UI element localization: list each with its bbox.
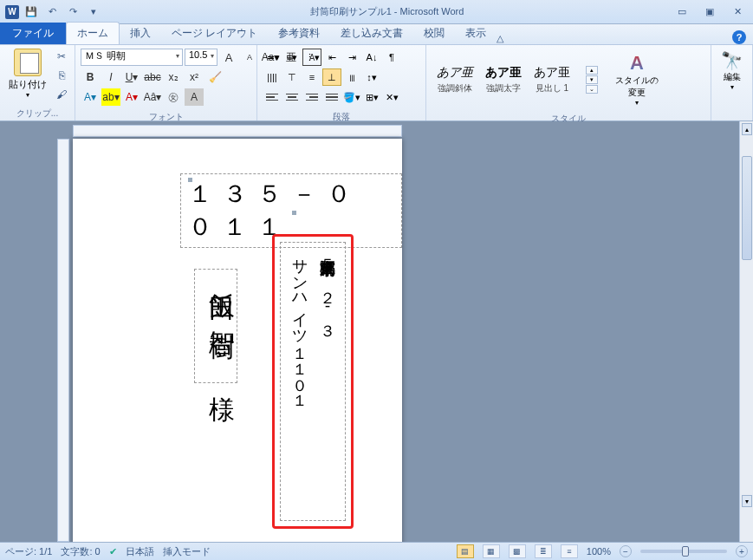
- font-color-icon[interactable]: A▾: [122, 88, 141, 106]
- scroll-down-icon[interactable]: ▾: [742, 495, 752, 507]
- italic-button[interactable]: I: [101, 68, 120, 86]
- font-name-combo[interactable]: ＭＳ 明朝: [81, 49, 183, 66]
- recipient-name-box[interactable]: 飯田 智樹 様: [194, 269, 237, 383]
- change-styles-icon: A: [630, 52, 644, 75]
- maximize-button[interactable]: ▣: [699, 4, 720, 20]
- view-outline-icon[interactable]: ≣: [535, 544, 552, 558]
- view-print-layout-icon[interactable]: ▤: [457, 544, 474, 558]
- text-effects-icon[interactable]: A▾: [81, 88, 100, 106]
- group-label-editing: [715, 109, 749, 120]
- sort-icon[interactable]: A↓: [362, 49, 381, 66]
- group-clipboard: 貼り付け ▾ ✂ ⎘ 🖌 クリップ...: [0, 45, 75, 120]
- distribute-icon[interactable]: ⫼: [342, 68, 361, 86]
- close-button[interactable]: ✕: [727, 4, 748, 20]
- change-styles-button[interactable]: A スタイルの 変更 ▾: [610, 50, 664, 108]
- multilevel-icon[interactable]: ⋮▾: [302, 49, 321, 66]
- style-emphasis-bold[interactable]: あア亜 強調太字: [485, 65, 522, 94]
- subscript-button[interactable]: x₂: [164, 68, 183, 86]
- redo-icon[interactable]: ↷: [64, 3, 81, 21]
- superscript-button[interactable]: x²: [185, 68, 204, 86]
- horizontal-ruler[interactable]: [73, 125, 402, 137]
- tab-insert[interactable]: 挿入: [120, 23, 161, 44]
- tab-home[interactable]: ホーム: [66, 22, 120, 44]
- ribbon: 貼り付け ▾ ✂ ⎘ 🖌 クリップ... ＭＳ 明朝 10.5 A A Aa▾ …: [0, 45, 753, 121]
- proofing-icon[interactable]: ✔: [109, 546, 117, 557]
- align-right-icon[interactable]: [302, 88, 321, 106]
- borders-icon[interactable]: ⊞▾: [362, 88, 381, 106]
- font-size-combo[interactable]: 10.5: [185, 49, 217, 66]
- styles-scroll-down-icon[interactable]: ▾: [586, 75, 598, 84]
- status-page[interactable]: ページ: 1/1: [5, 545, 52, 558]
- status-language[interactable]: 日本語: [126, 545, 154, 558]
- align-center-v-icon[interactable]: ≡: [302, 68, 321, 86]
- underline-button[interactable]: U▾: [122, 68, 141, 86]
- address-text-box[interactable]: 東京都江東区扇橋５‐２‐３ サンハイツ１１０１: [280, 242, 346, 521]
- shading-icon[interactable]: 🪣▾: [342, 88, 361, 106]
- show-marks-icon[interactable]: ¶: [382, 49, 401, 66]
- numbering-icon[interactable]: ≡▾: [282, 49, 302, 66]
- tab-review[interactable]: 校閲: [413, 23, 455, 44]
- address-line-1[interactable]: 東京都江東区扇橋５‐２‐３: [314, 248, 341, 515]
- grow-font-icon[interactable]: A: [219, 49, 238, 66]
- char-scale-icon[interactable]: Aâ▾: [143, 88, 162, 106]
- align-top-icon[interactable]: ⊤: [282, 68, 302, 86]
- scroll-up-icon[interactable]: ▴: [742, 123, 752, 135]
- justify-icon[interactable]: [322, 88, 341, 106]
- vertical-ruler[interactable]: [57, 139, 69, 542]
- help-icon[interactable]: ?: [732, 30, 746, 44]
- qat-dropdown-icon[interactable]: ▾: [85, 3, 102, 21]
- increase-indent-icon[interactable]: ⇥: [342, 49, 361, 66]
- tab-file[interactable]: ファイル: [0, 23, 66, 44]
- bold-button[interactable]: B: [81, 68, 100, 86]
- format-painter-icon[interactable]: 🖌: [54, 87, 69, 102]
- save-icon[interactable]: 💾: [23, 3, 40, 21]
- shrink-font-icon[interactable]: A: [240, 49, 259, 66]
- scroll-thumb[interactable]: [742, 156, 752, 260]
- char-shading-icon[interactable]: A: [185, 88, 204, 106]
- ribbon-tabs: ファイル ホーム 挿入 ページ レイアウト 参考資料 差し込み文書 校閲 表示 …: [0, 24, 753, 45]
- address-line-2[interactable]: サンハイツ１１０１: [285, 248, 313, 515]
- view-fullscreen-icon[interactable]: ▦: [483, 544, 500, 558]
- minimize-button[interactable]: ▭: [672, 4, 692, 20]
- zoom-out-button[interactable]: −: [620, 545, 632, 557]
- address-highlight-box: 東京都江東区扇橋５‐２‐３ サンハイツ１１０１: [272, 234, 354, 529]
- align-center-icon[interactable]: [282, 88, 302, 106]
- page-canvas[interactable]: １３５－００１１ 東京都江東区扇橋５‐２‐３ サンハイツ１１０１ 飯田 智樹 様: [73, 139, 402, 542]
- align-left-icon[interactable]: [263, 88, 282, 106]
- style-heading-1[interactable]: あア亜 見出し 1: [534, 65, 570, 94]
- recipient-name[interactable]: 飯田 智樹 様: [198, 273, 245, 379]
- zoom-slider-thumb[interactable]: [682, 546, 689, 557]
- text-direction-icon[interactable]: ||||: [263, 68, 282, 86]
- enclose-char-icon[interactable]: ㊛: [164, 88, 183, 106]
- line-spacing-icon[interactable]: ↕▾: [362, 68, 381, 86]
- bullets-icon[interactable]: ≔▾: [263, 49, 282, 66]
- vertical-scrollbar[interactable]: ▴ ▾: [739, 121, 753, 542]
- align-bottom-icon[interactable]: ⊥: [322, 68, 341, 86]
- zoom-level[interactable]: 100%: [587, 546, 611, 557]
- tab-view[interactable]: 表示: [455, 23, 497, 44]
- undo-icon[interactable]: ↶: [43, 3, 61, 21]
- status-insert-mode[interactable]: 挿入モード: [163, 545, 211, 558]
- styles-more-icon[interactable]: ⌄: [586, 85, 598, 94]
- asian-layout-icon[interactable]: ✕▾: [382, 88, 401, 106]
- clear-format-icon[interactable]: 🧹: [205, 68, 224, 86]
- styles-scroll-up-icon[interactable]: ▴: [586, 66, 598, 75]
- tab-mailings[interactable]: 差し込み文書: [330, 23, 413, 44]
- decrease-indent-icon[interactable]: ⇤: [322, 49, 341, 66]
- group-editing: 🔭 編集 ▾: [711, 45, 753, 120]
- cut-icon[interactable]: ✂: [54, 49, 69, 64]
- ribbon-collapse-icon[interactable]: △: [497, 33, 503, 44]
- find-button[interactable]: 🔭 編集 ▾: [715, 47, 749, 109]
- copy-icon[interactable]: ⎘: [54, 68, 69, 83]
- strikethrough-button[interactable]: abc: [143, 68, 162, 86]
- tab-page-layout[interactable]: ページ レイアウト: [161, 23, 268, 44]
- zoom-in-button[interactable]: +: [736, 545, 748, 557]
- view-draft-icon[interactable]: ≡: [561, 544, 578, 558]
- status-word-count[interactable]: 文字数: 0: [61, 545, 100, 558]
- view-web-icon[interactable]: ▩: [509, 544, 526, 558]
- style-emphasis-italic[interactable]: あア亜 強調斜体: [437, 65, 473, 94]
- highlight-icon[interactable]: ab▾: [101, 88, 120, 106]
- tab-references[interactable]: 参考資料: [268, 23, 330, 44]
- zoom-slider[interactable]: [640, 550, 727, 553]
- paste-button[interactable]: 貼り付け ▾: [3, 47, 52, 101]
